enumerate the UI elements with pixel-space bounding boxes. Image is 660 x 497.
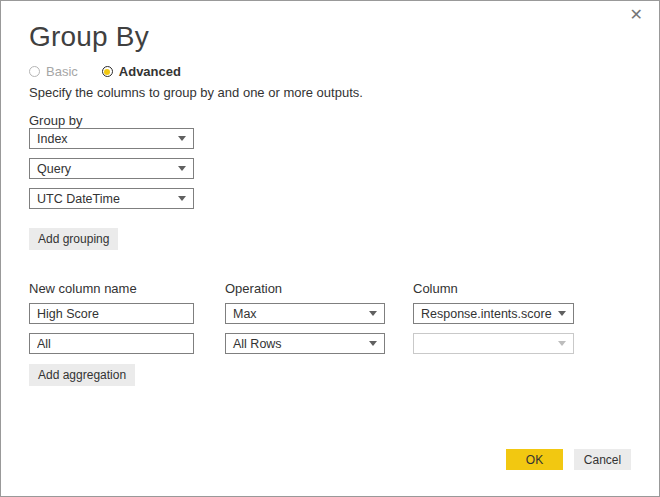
group-by-dropdown-3[interactable]: UTC DateTime [29, 188, 194, 209]
chevron-down-icon [558, 341, 566, 346]
mode-selector: Basic Advanced [29, 64, 181, 79]
column-dropdown-1-value: Response.intents.score [421, 307, 552, 321]
operation-dropdown-1-value: Max [233, 307, 257, 321]
operation-dropdown-2[interactable]: All Rows [225, 333, 385, 354]
dialog-title: Group By [29, 21, 149, 53]
group-by-label: Group by [29, 113, 82, 128]
new-column-name-input-2[interactable] [29, 333, 194, 354]
column-dropdown-1[interactable]: Response.intents.score [413, 303, 574, 324]
column-header: Column [413, 281, 458, 296]
chevron-down-icon [178, 166, 186, 171]
group-by-dropdown-1-value: Index [37, 132, 68, 146]
group-by-dropdown-3-value: UTC DateTime [37, 192, 120, 206]
chevron-down-icon [558, 311, 566, 316]
column-dropdown-2-disabled[interactable] [413, 333, 574, 354]
cancel-button[interactable]: Cancel [574, 449, 631, 470]
radio-advanced-label: Advanced [119, 64, 181, 79]
new-column-name-input-1[interactable] [29, 303, 194, 324]
new-column-name-header: New column name [29, 281, 137, 296]
operation-header: Operation [225, 281, 282, 296]
group-by-dropdown-1[interactable]: Index [29, 128, 194, 149]
radio-basic-label: Basic [46, 64, 78, 79]
group-by-dropdown-2[interactable]: Query [29, 158, 194, 179]
radio-unselected-icon [29, 66, 40, 77]
chevron-down-icon [369, 341, 377, 346]
operation-dropdown-2-value: All Rows [233, 337, 282, 351]
ok-button[interactable]: OK [506, 449, 563, 470]
dialog-description: Specify the columns to group by and one … [29, 85, 363, 100]
add-aggregation-button[interactable]: Add aggregation [29, 364, 135, 386]
radio-advanced[interactable]: Advanced [102, 64, 181, 79]
operation-dropdown-1[interactable]: Max [225, 303, 385, 324]
radio-selected-icon [102, 66, 113, 77]
radio-basic[interactable]: Basic [29, 64, 78, 79]
chevron-down-icon [178, 196, 186, 201]
group-by-dialog: ✕ Group By Basic Advanced Specify the co… [0, 0, 660, 497]
chevron-down-icon [178, 136, 186, 141]
chevron-down-icon [369, 311, 377, 316]
close-icon[interactable]: ✕ [630, 7, 643, 23]
group-by-dropdown-2-value: Query [37, 162, 71, 176]
add-grouping-button[interactable]: Add grouping [29, 228, 118, 250]
